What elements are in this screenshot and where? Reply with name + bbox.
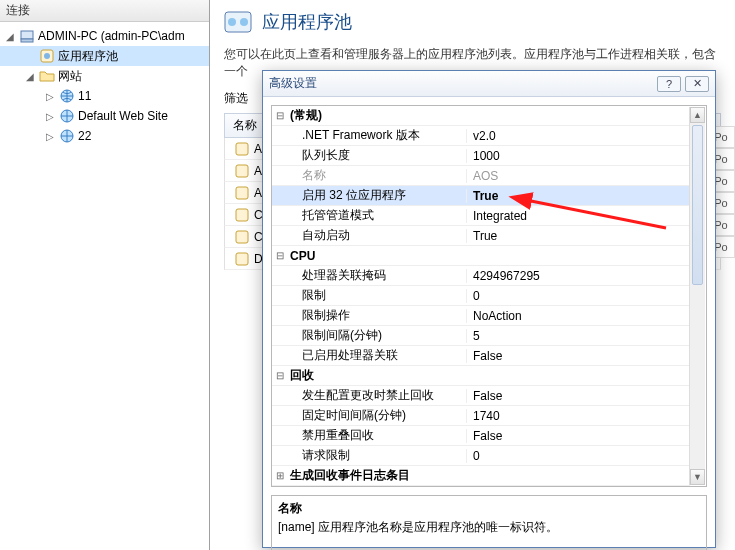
help-button[interactable]: ? bbox=[657, 76, 681, 92]
scroll-up-icon[interactable]: ▲ bbox=[690, 107, 705, 123]
property-row[interactable]: 禁用重叠回收False bbox=[272, 426, 690, 446]
property-value[interactable]: False bbox=[466, 429, 690, 443]
tree-site-item[interactable]: ▷ 22 bbox=[0, 126, 209, 146]
property-row[interactable]: 名称AOS bbox=[272, 166, 690, 186]
expand-icon[interactable]: ▷ bbox=[44, 131, 56, 142]
property-row[interactable]: 限制0 bbox=[272, 286, 690, 306]
property-name: .NET Framework 版本 bbox=[288, 127, 466, 144]
property-name: 队列长度 bbox=[288, 147, 466, 164]
property-grid[interactable]: ⊟(常规).NET Framework 版本v2.0队列长度1000名称AOS启… bbox=[271, 105, 707, 487]
expand-icon[interactable]: ▷ bbox=[44, 111, 56, 122]
tree-server-node[interactable]: ◢ ADMIN-PC (admin-PC\adm bbox=[0, 26, 209, 46]
property-row[interactable]: 队列长度1000 bbox=[272, 146, 690, 166]
property-name: 处理器关联掩码 bbox=[288, 267, 466, 284]
property-row[interactable]: 处理器关联掩码4294967295 bbox=[272, 266, 690, 286]
property-name: 启用 32 位应用程序 bbox=[288, 187, 466, 204]
property-row[interactable]: 限制间隔(分钟)5 bbox=[272, 326, 690, 346]
property-name: 发生配置更改时禁止回收 bbox=[288, 387, 466, 404]
app-pool-icon bbox=[39, 48, 55, 64]
property-value[interactable]: False bbox=[466, 349, 690, 363]
collapse-icon[interactable]: ⊟ bbox=[272, 110, 288, 121]
property-value[interactable]: 5 bbox=[466, 329, 690, 343]
tree-sites-node[interactable]: ◢ 网站 bbox=[0, 66, 209, 86]
property-value[interactable]: 4294967295 bbox=[466, 269, 690, 283]
property-value[interactable]: False bbox=[466, 389, 690, 403]
property-row[interactable]: 自动启动True bbox=[272, 226, 690, 246]
property-name: 自动启动 bbox=[288, 227, 466, 244]
category-row[interactable]: ⊟(常规) bbox=[272, 106, 690, 126]
close-button[interactable]: ✕ bbox=[685, 76, 709, 92]
svg-rect-15 bbox=[236, 253, 248, 265]
property-row[interactable]: 发生配置更改时禁止回收False bbox=[272, 386, 690, 406]
property-row[interactable]: 托管管道模式Integrated bbox=[272, 206, 690, 226]
category-row[interactable]: ⊞生成回收事件日志条目 bbox=[272, 466, 690, 486]
svg-point-3 bbox=[44, 53, 50, 59]
tree-site-item[interactable]: ▷ Default Web Site bbox=[0, 106, 209, 126]
tree-app-pools[interactable]: 应用程序池 bbox=[0, 46, 209, 66]
app-pool-large-icon bbox=[222, 6, 254, 38]
pool-icon bbox=[234, 163, 250, 179]
expand-icon[interactable]: ◢ bbox=[24, 71, 36, 82]
pool-name: A bbox=[254, 142, 262, 156]
dialog-title: 高级设置 bbox=[269, 75, 653, 92]
category-row[interactable]: ⊟CPU bbox=[272, 246, 690, 266]
property-value[interactable]: Integrated bbox=[466, 209, 690, 223]
advanced-settings-dialog: 高级设置 ? ✕ ⊟(常规).NET Framework 版本v2.0队列长度1… bbox=[262, 70, 716, 548]
dialog-titlebar[interactable]: 高级设置 ? ✕ bbox=[263, 71, 715, 97]
property-name: 名称 bbox=[288, 167, 466, 184]
property-value[interactable]: NoAction bbox=[466, 309, 690, 323]
scroll-down-icon[interactable]: ▼ bbox=[690, 469, 705, 485]
pool-icon bbox=[234, 185, 250, 201]
pool-icon bbox=[234, 229, 250, 245]
property-name: 限制操作 bbox=[288, 307, 466, 324]
scroll-thumb[interactable] bbox=[692, 125, 703, 285]
property-row[interactable]: 已启用处理器关联False bbox=[272, 346, 690, 366]
folder-icon bbox=[39, 68, 55, 84]
property-name: 禁用重叠回收 bbox=[288, 427, 466, 444]
property-name: 托管管道模式 bbox=[288, 207, 466, 224]
property-name: 请求限制 bbox=[288, 447, 466, 464]
expand-icon[interactable]: ▷ bbox=[44, 91, 56, 102]
server-icon bbox=[19, 28, 35, 44]
property-value[interactable]: v2.0 bbox=[466, 129, 690, 143]
property-row[interactable]: 固定时间间隔(分钟)1740 bbox=[272, 406, 690, 426]
pool-icon bbox=[234, 207, 250, 223]
collapse-icon[interactable]: ⊟ bbox=[272, 370, 288, 381]
page-title: 应用程序池 bbox=[262, 10, 352, 34]
property-value[interactable]: True bbox=[466, 229, 690, 243]
vertical-scrollbar[interactable]: ▲ ▼ bbox=[689, 107, 705, 485]
globe-icon bbox=[59, 128, 75, 144]
property-help-box: 名称 [name] 应用程序池名称是应用程序池的唯一标识符。 bbox=[271, 495, 707, 550]
svg-rect-14 bbox=[236, 231, 248, 243]
property-row[interactable]: ⊞特定时间TimeSpan[] Array bbox=[272, 486, 690, 487]
collapse-icon[interactable]: ⊟ bbox=[272, 250, 288, 261]
property-row[interactable]: 限制操作NoAction bbox=[272, 306, 690, 326]
app-pools-label: 应用程序池 bbox=[58, 48, 118, 65]
property-value[interactable]: True bbox=[466, 189, 690, 203]
property-row[interactable]: 请求限制0 bbox=[272, 446, 690, 466]
property-row[interactable]: .NET Framework 版本v2.0 bbox=[272, 126, 690, 146]
svg-rect-10 bbox=[236, 143, 248, 155]
property-value[interactable]: 1000 bbox=[466, 149, 690, 163]
server-label: ADMIN-PC (admin-PC\adm bbox=[38, 29, 185, 43]
help-property-name: 名称 bbox=[278, 500, 700, 517]
svg-rect-12 bbox=[236, 187, 248, 199]
page-title-row: 应用程序池 bbox=[210, 0, 735, 42]
property-name: 限制 bbox=[288, 287, 466, 304]
category-row[interactable]: ⊟回收 bbox=[272, 366, 690, 386]
pool-name: A bbox=[254, 164, 262, 178]
svg-rect-1 bbox=[21, 39, 33, 42]
tree-site-item[interactable]: ▷ 11 bbox=[0, 86, 209, 106]
globe-icon bbox=[59, 88, 75, 104]
connections-header: 连接 bbox=[0, 0, 209, 22]
expand-icon[interactable]: ◢ bbox=[4, 31, 16, 42]
property-value[interactable]: 1740 bbox=[466, 409, 690, 423]
svg-rect-13 bbox=[236, 209, 248, 221]
collapse-icon[interactable]: ⊞ bbox=[272, 470, 288, 481]
property-value[interactable]: 0 bbox=[466, 289, 690, 303]
property-row[interactable]: 启用 32 位应用程序True bbox=[272, 186, 690, 206]
sites-label: 网站 bbox=[58, 68, 82, 85]
property-value[interactable]: AOS bbox=[466, 169, 690, 183]
property-value[interactable]: 0 bbox=[466, 449, 690, 463]
pool-name: A bbox=[254, 186, 262, 200]
